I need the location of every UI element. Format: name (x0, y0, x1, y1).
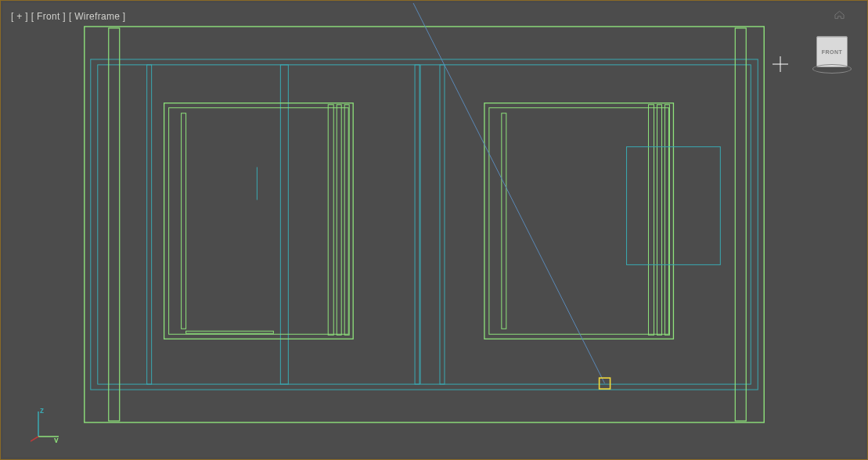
viewport-maximize-toggle[interactable]: [ + ] (11, 11, 28, 22)
stud-left (109, 28, 120, 421)
left-window-stile-c (344, 105, 349, 335)
viewport-label[interactable]: [ + ] [ Front ] [ Wireframe ] (11, 11, 125, 22)
axis-gizmo: z y (31, 407, 63, 443)
left-window-stile-a (328, 105, 333, 335)
right-window-jamb (502, 113, 506, 329)
plane-outer-2 (98, 65, 751, 384)
left-window-jamb (182, 113, 186, 329)
viewcube[interactable]: FRONT (816, 36, 848, 67)
col-mid-a (415, 65, 420, 384)
axis-y-label: y (54, 436, 59, 443)
app-frame: [ + ] [ Front ] [ Wireframe ] FRONT (0, 0, 868, 460)
left-window-sill (186, 331, 274, 333)
plane-outer-1 (91, 59, 758, 390)
diagonal-line (413, 3, 605, 383)
viewport-view-name[interactable]: [ Front ] (31, 11, 66, 22)
col-right-a (440, 65, 445, 384)
left-window-inner (169, 108, 349, 334)
wall-outer (85, 27, 764, 422)
left-window-stile-b (337, 105, 341, 335)
cursor-crosshair (773, 56, 788, 72)
col-left-b (280, 65, 288, 384)
viewcube-ring[interactable] (812, 64, 852, 74)
viewcube-home-icon[interactable] (834, 10, 845, 20)
right-window-stile-c (665, 105, 669, 335)
viewcube-face-front[interactable]: FRONT (816, 36, 848, 67)
selected-vertex-marker[interactable] (600, 378, 610, 389)
right-window-inner (489, 108, 669, 334)
svg-line-2 (31, 437, 38, 441)
right-window-stile-a (648, 105, 654, 335)
right-window-outer (484, 103, 674, 339)
right-window-stile-b (657, 105, 661, 335)
col-left-a (147, 65, 152, 384)
viewport[interactable]: [ + ] [ Front ] [ Wireframe ] FRONT (3, 3, 865, 457)
stud-right (735, 28, 746, 421)
right-small-plane (627, 147, 721, 265)
canvas (3, 3, 865, 458)
left-window-outer (164, 103, 354, 339)
viewport-shading-mode[interactable]: [ Wireframe ] (69, 11, 126, 22)
axis-z-label: z (40, 407, 44, 415)
